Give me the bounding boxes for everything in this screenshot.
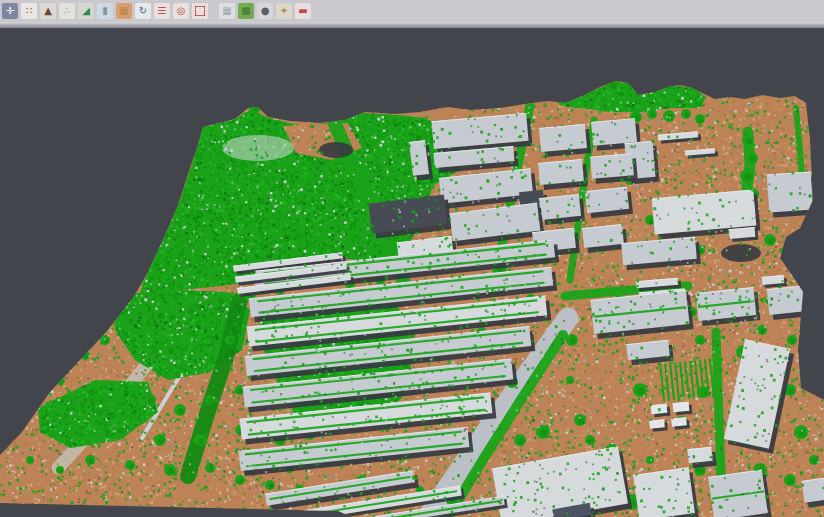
pan-move-icon-glyph: ✛ bbox=[6, 6, 14, 16]
pan-move-icon[interactable]: ✛ bbox=[2, 3, 18, 19]
marker-target-icon-glyph: ◎ bbox=[177, 6, 186, 16]
orthomosaic-icon-glyph: ▦ bbox=[119, 6, 128, 16]
classification-map-icon[interactable]: ▩ bbox=[238, 3, 254, 19]
align-points-icon-glyph: ∷ bbox=[26, 6, 32, 16]
model-sphere-icon-glyph: ● bbox=[261, 6, 270, 16]
application-window: ✛∷▲∴◢▮▦↻☰◎▦▩●✦▬ bbox=[0, 0, 824, 517]
classification-map-icon-glyph: ▩ bbox=[241, 6, 250, 16]
selection-rect-icon[interactable] bbox=[192, 3, 208, 19]
marker-target-icon[interactable]: ◎ bbox=[173, 3, 189, 19]
toolbar: ✛∷▲∴◢▮▦↻☰◎▦▩●✦▬ bbox=[0, 0, 824, 22]
classify-list-icon[interactable]: ☰ bbox=[154, 3, 170, 19]
point-cloud-icon[interactable]: ∴ bbox=[59, 3, 75, 19]
layers-palette-icon[interactable]: ▬ bbox=[295, 3, 311, 19]
dem-icon-glyph: ◢ bbox=[82, 6, 90, 16]
refresh-icon[interactable]: ↻ bbox=[135, 3, 151, 19]
align-points-icon[interactable]: ∷ bbox=[21, 3, 37, 19]
build-tools-icon-glyph: ✦ bbox=[280, 6, 288, 16]
orthomosaic-icon[interactable]: ▦ bbox=[116, 3, 132, 19]
build-tools-icon[interactable]: ✦ bbox=[276, 3, 292, 19]
3d-viewport-canvas[interactable] bbox=[0, 28, 824, 517]
classify-list-icon-glyph: ☰ bbox=[158, 6, 167, 16]
layers-palette-icon-glyph: ▬ bbox=[298, 6, 307, 16]
terrain-icon-glyph: ▲ bbox=[44, 6, 52, 16]
dem-icon[interactable]: ◢ bbox=[78, 3, 94, 19]
selection-rect-icon-glyph bbox=[195, 6, 205, 16]
model-sphere-icon[interactable]: ● bbox=[257, 3, 273, 19]
refresh-icon-glyph: ↻ bbox=[139, 6, 147, 16]
grid-icon[interactable]: ▦ bbox=[219, 3, 235, 19]
terrain-icon[interactable]: ▲ bbox=[40, 3, 56, 19]
profile-icon-glyph: ▮ bbox=[102, 6, 108, 16]
point-cloud-icon-glyph: ∴ bbox=[64, 6, 70, 16]
profile-icon[interactable]: ▮ bbox=[97, 3, 113, 19]
grid-icon-glyph: ▦ bbox=[222, 6, 231, 16]
